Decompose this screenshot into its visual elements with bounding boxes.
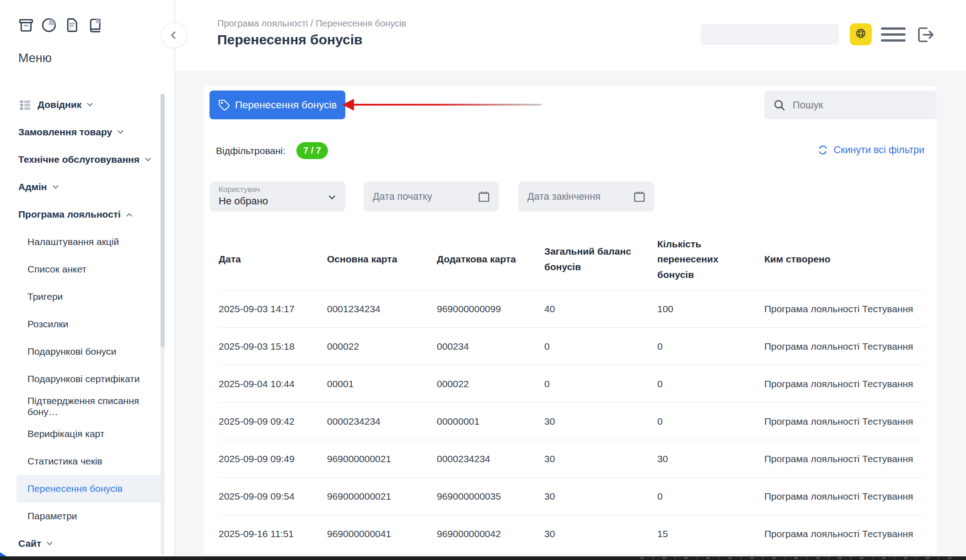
content-card: Перенесення бонусів Відфільтровані: 7 / … [204,86,937,554]
calendar-icon [477,190,491,203]
globe-icon [854,27,868,42]
table-cell: 969000000021 [327,491,437,502]
book-icon[interactable] [86,16,103,34]
table-row[interactable]: 2025-09-04 10:440000100002200Програма ло… [219,365,924,402]
date-from-placeholder: Дата початку [373,191,432,203]
chevron-down-icon [53,183,59,189]
tag-icon [218,99,230,111]
table-cell: 2025-09-03 14:17 [219,304,327,315]
user-filter-label: Користувач [219,185,336,194]
table-cell: Програма лояльності Тестування [764,491,924,502]
hamburger-menu-button[interactable] [881,27,906,42]
chevron-down-icon [118,128,123,134]
page-title: Перенесення бонусів [217,32,363,48]
annotation-arrow-line [353,104,542,106]
sidebar-menu: ДовідникЗамовлення товаруТехнічне обслуг… [0,91,174,557]
table-cell: 0 [657,416,764,427]
table-cell: Програма лояльності Тестування [764,379,924,389]
language-button[interactable] [850,23,872,45]
sidebar-collapse-button[interactable] [161,22,187,48]
table-cell: 2025-09-09 09:49 [219,453,327,464]
sidebar-item[interactable]: Адмін [16,173,161,201]
table-row[interactable]: 2025-09-16 11:51969000000041969000000042… [219,515,924,552]
sidebar-item[interactable]: Технічне обслуговування [16,146,161,173]
sidebar-item-label: Розсилки [27,319,68,330]
sidebar-divider [174,0,175,556]
sidebar-item[interactable]: Програма лояльності [16,201,161,228]
annotation-arrow-head [342,99,354,111]
sidebar-item[interactable]: Тригери [16,283,161,310]
table-cell: 30 [544,416,657,427]
table-header-row: Дата Основна карта Додаткова карта Загал… [219,229,924,290]
reset-icon [816,144,829,156]
sidebar-item[interactable]: Сайт [16,530,161,557]
table-body: 2025-09-03 14:17000123423496900000009940… [219,290,924,552]
sidebar-item[interactable]: Верифікація карт [16,420,161,448]
table-row[interactable]: 2025-09-09 09:42000023423400000001300Про… [219,402,924,440]
date-to-filter[interactable]: Дата закінчення [518,181,655,212]
table-cell: 15 [657,528,764,539]
sidebar-title: Меню [18,51,52,65]
calendar-icon [633,190,646,203]
search-input[interactable] [792,99,928,112]
table-row[interactable]: 2025-09-09 09:54969000000021969000000035… [219,477,924,515]
sidebar-item-label: Список анкет [27,264,86,275]
chevron-left-icon [171,32,179,39]
sidebar-item-label: Налаштування акцій [27,236,119,247]
sidebar-item-label: Подарункові сертифікати [27,373,140,384]
sidebar-item[interactable]: Розсилки [16,310,161,338]
logout-icon [914,24,936,45]
column-header: Додаткова карта [437,251,544,267]
date-from-filter[interactable]: Дата початку [364,181,499,212]
sidebar-item[interactable]: Подарункові сертифікати [16,365,161,393]
table-cell: 100 [657,304,764,315]
column-header: Кількість перенесених бонусів [657,236,737,283]
table-cell: 30 [544,528,657,539]
sidebar-item[interactable]: Список анкет [16,256,161,283]
sidebar-item[interactable]: Перенесення бонусів [16,475,161,502]
sidebar-item[interactable]: Статистика чеків [16,448,161,475]
sidebar-item[interactable]: Підтвердження списання бону… [16,393,161,420]
table-cell: Програма лояльності Тестування [764,341,924,352]
table-row[interactable]: 2025-09-03 15:1800002200023400Програма л… [219,327,924,365]
sidebar-scrollbar [161,94,165,555]
chevron-down-icon [47,539,53,545]
table-cell: 2025-09-09 09:54 [219,491,327,502]
archive-box-icon[interactable] [17,16,35,34]
sidebar-item[interactable]: Налаштування акцій [16,228,161,256]
table-cell: 000022 [437,379,544,389]
table-row[interactable]: 2025-09-03 14:17000123423496900000009940… [219,290,924,327]
table-cell: 0 [544,341,657,352]
bonus-transfer-button-label: Перенесення бонусів [235,99,337,111]
topbar-empty-field[interactable] [701,24,839,45]
table-cell: 0001234234 [327,304,437,315]
bonus-transfer-button[interactable]: Перенесення бонусів [209,91,345,119]
sidebar-item[interactable]: Параметри [16,502,161,530]
document-icon[interactable] [63,16,80,34]
sidebar-item[interactable]: Замовлення товару [16,118,161,146]
table-cell: 000022 [327,341,437,352]
table-cell: 2025-09-09 09:42 [219,416,327,427]
search-box [764,91,937,119]
pie-chart-icon[interactable] [40,16,58,34]
table-row[interactable]: 2025-09-09 09:49969000000021000023423430… [219,440,924,477]
chevron-down-icon [145,155,151,161]
reset-filters-link[interactable]: Скинути всі фільтри [816,144,924,156]
bonus-transfer-table: Дата Основна карта Додаткова карта Загал… [204,229,937,554]
table-cell: 2025-09-16 11:51 [219,528,327,539]
filtered-label: Відфільтровані: [216,145,285,156]
sidebar-scrollbar-thumb[interactable] [161,94,165,347]
logout-button[interactable] [914,24,936,47]
bottom-taskbar-strip [0,556,966,560]
table-cell: 000234 [437,341,544,352]
table-cell: 30 [657,453,764,464]
sidebar-item[interactable]: Подарункові бонуси [16,338,161,365]
filtered-count-badge: 7 / 7 [296,142,328,159]
table-cell: 30 [544,453,657,464]
sidebar-item[interactable]: Довідник [16,91,161,118]
table-cell: 0 [657,341,764,352]
user-filter-dropdown[interactable]: Користувач Не обрано [209,181,345,212]
table-cell: 969000000042 [437,528,544,539]
chevron-up-icon [126,213,132,219]
table-cell: 0000234234 [327,416,437,427]
